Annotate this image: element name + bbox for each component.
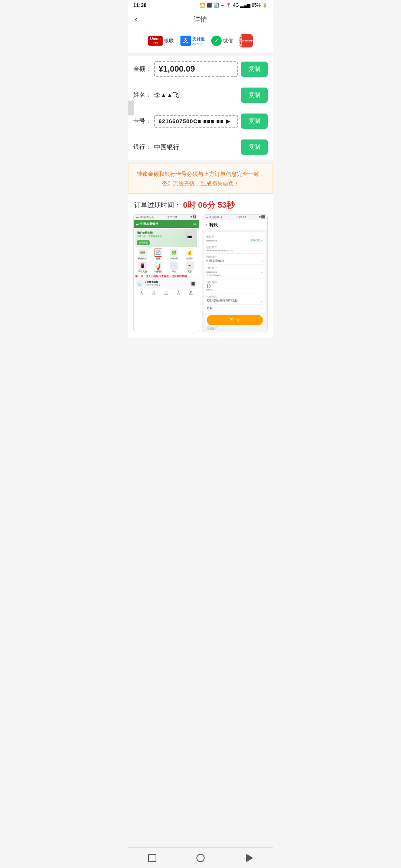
copy-amount-button[interactable]: 复制 <box>241 62 268 77</box>
payment-wechat[interactable]: ✓ 微信 <box>211 36 233 46</box>
copy-bank-button[interactable]: 复制 <box>241 139 268 155</box>
select-receiver[interactable]: 选择收款人 <box>250 239 263 242</box>
abc-nav-life[interactable]: 🛒商城 <box>160 291 172 295</box>
abc-status-bar: •••• 中国移动 令 下午2:01 ■ ▊▊ <box>134 215 199 220</box>
card-row: 卡号： 6216607500C■ ■■■ ■■ ▶ 复制 <box>133 108 268 134</box>
unionpay-logo: UnionPay <box>148 36 162 46</box>
alipay-label: 支付宝 <box>192 36 205 42</box>
payment-alipay[interactable]: 支 支付宝 ALIPAY <box>180 36 205 46</box>
name-value: 李▲▲飞 <box>154 91 238 99</box>
timer-section: 订单过期时间： 0时 06分 53秒 <box>128 194 273 214</box>
status-bar: 11:38 🎦 ⬛ 🔄 ··· 📍 4G ▂▄▆ 85% 🔋 <box>128 0 273 10</box>
phone-mocks: •••• 中国移动 令 下午2:01 ■ ▊▊ ⇄ 中国农业银行 ✉ 我的信用生… <box>133 214 268 332</box>
wechat-logo: ✓ <box>211 36 222 46</box>
info-section-wrap: › 金额： ¥1,000.09 复制 姓名： 李▲▲飞 复制 卡号： 62166… <box>128 56 273 160</box>
name-row: 姓名： 李▲▲飞 复制 <box>133 82 268 108</box>
transfer-topbar: ‹ 转账 <box>202 220 267 230</box>
abc-grid-finance[interactable]: 📊 一键理财 <box>151 262 166 273</box>
bank-label: 银行： <box>133 143 151 151</box>
next-step-button[interactable]: 下一步 <box>207 315 263 325</box>
form-row-pay-account: 付款账户 ■■■■■■ ⌄ 可用金额■■■元 <box>206 265 263 279</box>
status-time: 11:38 <box>133 2 147 8</box>
abc-nav-nearby[interactable]: 📍附近 <box>172 291 185 295</box>
ellipsis: ··· <box>221 3 224 8</box>
timer-label: 订单过期时间： <box>134 201 181 210</box>
amount-value: ¥1,000.09 <box>159 64 195 73</box>
back-button[interactable]: ‹ <box>133 13 139 25</box>
more-label: 更多 <box>206 306 212 310</box>
finance-book: 📖 ● 金融小秘书 千事了事好事▲ ⬛ <box>135 279 197 289</box>
page-title: 详情 <box>194 15 207 24</box>
form-row-account: 收款账户 ■■■■■■■■■■■■■(×××) <box>206 244 263 254</box>
yunshan-logo: 云闪付UnionPay <box>239 34 253 47</box>
abc-grid-item-credit[interactable]: 💰 信用卡 <box>182 249 197 260</box>
amount-label: 金额： <box>133 65 151 73</box>
timer-value: 0时 06分 53秒 <box>183 200 235 211</box>
abc-grid-more[interactable]: ⋯ 更多 <box>182 262 197 273</box>
form-more-row: 更多 ⌄ <box>206 305 263 312</box>
status-icons: 🎦 ⬛ 🔄 ··· 📍 4G ▂▄▆ 85% 🔋 <box>199 3 268 8</box>
header: ‹ 详情 <box>128 10 273 28</box>
refresh-icon: 🔄 <box>213 3 219 8</box>
card-value-box: 6216607500C■ ■■■ ■■ ▶ <box>154 115 238 128</box>
abc-grid-item-transfer[interactable]: 🔄 转账 <box>151 249 166 260</box>
battery-icon: 🔋 <box>262 3 268 8</box>
translate-icon: ⬛ <box>206 3 212 8</box>
transfer-title: 转账 <box>209 222 218 228</box>
location-icon: 📍 <box>226 3 231 8</box>
abc-grid-row2: 📱 手机充值 📊 一键理财 + 添加 ⋯ 更多 <box>135 262 197 273</box>
side-arrow[interactable]: › <box>128 101 134 115</box>
abc-nav-home[interactable]: 🏠首页 <box>135 291 147 295</box>
payment-yunshan[interactable]: 云闪付UnionPay <box>239 34 253 47</box>
abc-bank-name: 中国农业银行 <box>140 222 158 226</box>
name-label: 姓名： <box>133 91 151 99</box>
abc-grid-item-e[interactable]: 🌿 农银e目 <box>167 249 182 260</box>
record-icon: 🎦 <box>199 3 205 8</box>
card-label: 卡号： <box>133 117 151 125</box>
form-row-amount: 转账金额 10 ■■■元 <box>206 279 263 293</box>
battery: 85% <box>252 3 261 8</box>
alipay-logo: 支 <box>180 36 191 46</box>
copy-card-button[interactable]: 复制 <box>241 114 268 129</box>
abc-topbar: ⇄ 中国农业银行 ✉ <box>134 220 199 228</box>
abc-body: 我的信用生活 回赠2017，享受信用生活 立即开启 🏘 💳 我的账户 🔄 转账 <box>134 228 199 297</box>
abc-grid: 💳 我的账户 🔄 转账 🌿 农银e目 💰 信用卡 <box>135 249 197 260</box>
amount-value-box: ¥1,000.09 <box>154 61 238 77</box>
alipay-sublabel: ALIPAY <box>192 42 205 45</box>
abc-nav-invest[interactable]: 📈投资 <box>147 291 160 295</box>
card-value: 6216607500C■ ■■■ ■■ ▶ <box>159 118 231 124</box>
warning-text: 转账金额和银行卡号必须与上方订单信息完全一致，否则无法充值，造成损失自负！ <box>134 169 267 188</box>
transfer-status-bar: •••• 中国移动 令 下午2:03 ■ ▊▊ <box>202 215 267 220</box>
abc-banner-img: 🏘 <box>185 231 196 242</box>
transfer-phone-mock: •••• 中国移动 令 下午2:03 ■ ▊▊ ‹ 转账 收款方 ■■■■■■ … <box>202 214 268 332</box>
signal-bars: ▂▄▆ <box>240 3 250 8</box>
payment-methods-bar: UnionPay 银联 支 支付宝 ALIPAY ✓ 微信 云闪付UnionPa… <box>128 28 273 54</box>
abc-nav-me[interactable]: 👤我的 <box>185 291 197 295</box>
transfer-back[interactable]: ‹ <box>205 222 207 228</box>
transfer-form: 收款方 ■■■■■■ 选择收款人 收款账户 ■■■■■■■■■■■■■(×××)… <box>204 232 265 313</box>
payment-unionpay[interactable]: UnionPay 银联 <box>148 36 173 46</box>
currency-symbol: ¥ <box>159 64 163 73</box>
warning-box: 转账金额和银行卡号必须与上方订单信息完全一致，否则无法充值，造成损失自负！ <box>128 164 273 194</box>
wechat-label: 微信 <box>223 37 233 44</box>
step-label: 第一步：进入手机银行主界面→选择转账功能 <box>135 274 197 278</box>
copy-name-button[interactable]: 复制 <box>241 88 268 103</box>
unionpay-label: 银联 <box>164 37 174 44</box>
abc-phone-mock: •••• 中国移动 令 下午2:01 ■ ▊▊ ⇄ 中国农业银行 ✉ 我的信用生… <box>133 214 199 332</box>
signal-4g: 4G <box>233 3 239 8</box>
timer-row: 订单过期时间： 0时 06分 53秒 <box>134 200 267 211</box>
form-row-receiver: 收款方 ■■■■■■ 选择收款人 <box>206 233 263 244</box>
abc-grid-item-account[interactable]: 💳 我的账户 <box>135 249 150 260</box>
abc-bottom-nav: 🏠首页 📈投资 🛒商城 📍附近 👤我的 <box>135 290 197 295</box>
bank-row: 银行： 中国银行 复制 <box>133 134 268 160</box>
form-row-method: 转账方式 实时转账(受理立即转出) ⌄ <box>206 293 263 305</box>
instruction-section: •••• 中国移动 令 下午2:01 ■ ▊▊ ⇄ 中国农业银行 ✉ 我的信用生… <box>128 214 273 338</box>
warm-tip: 温馨提示 <box>202 325 267 332</box>
abc-grid-add[interactable]: + 添加 <box>167 262 182 273</box>
transfer-arrow <box>157 268 160 270</box>
bank-value: 中国银行 <box>154 143 238 151</box>
abc-grid-phone[interactable]: 📱 手机充值 <box>135 262 150 273</box>
form-row-recv-bank: 收款银行 中国工商银行 › <box>206 254 263 265</box>
info-section: 金额： ¥1,000.09 复制 姓名： 李▲▲飞 复制 卡号： 6216607… <box>128 56 273 160</box>
abc-open-btn: 立即开启 <box>137 240 150 245</box>
